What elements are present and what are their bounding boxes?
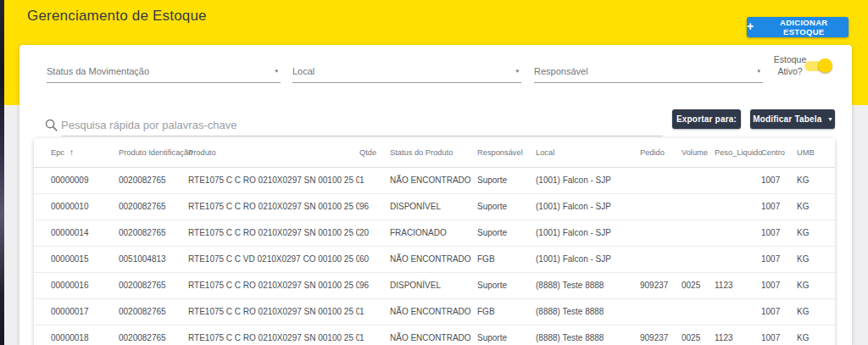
chevron-down-icon: ▾ [275,68,278,75]
column-header-peso-liquido[interactable]: Peso_Liquido [715,138,761,168]
cell-peso-liquido: 1123 [715,273,761,299]
column-header-qtde[interactable]: Qtde [359,138,390,168]
export-button[interactable]: Exportar para: [672,109,741,129]
cell-respons-vel: FGB [477,247,536,273]
cell-umb: KG [797,299,835,326]
add-stock-button-label: ADICIONAR ESTOQUE [759,18,849,36]
cell-epc: 00000017 [34,299,119,326]
column-header-produto-identifica-o[interactable]: Produto Identificação [119,138,188,168]
cell-produto-identifica-o: 0020082765 [119,220,188,247]
cell-local: (1001) Falcon - SJP [536,247,640,273]
cell-umb: KG [797,273,835,299]
cell-epc: 00000010 [34,194,119,220]
column-header-label: Local [536,148,554,157]
cell-produto: RTE1075 C C RO 0210X0297 SN 00100 25 096 [188,299,359,326]
cell-status-do-produto: NÃO ENCONTRADO [390,299,477,326]
chevron-down-icon: ▾ [515,68,519,75]
cell-qtde: 96 [359,273,390,299]
cell-respons-vel: Suporte [477,220,536,247]
column-header-label: Responsável [477,148,523,157]
cell-peso-liquido [715,299,761,326]
column-header-produto[interactable]: Produto [188,138,359,168]
column-header-label: Volume [682,148,708,157]
table-row[interactable]: 000000160020082765RTE1075 C C RO 0210X02… [34,273,835,299]
cell-pedido [640,220,682,247]
page-title: Gerenciamento de Estoque [27,8,207,25]
table-row[interactable]: 000000150051004813RTE1075 C C VD 0210X02… [34,247,835,273]
cell-peso-liquido [715,247,761,273]
cell-status-do-produto: NÃO ENCONTRADO [390,168,477,194]
cell-umb: KG [797,326,835,345]
table-row[interactable]: 000000090020082765RTE1075 C C RO 0210X02… [34,168,835,194]
table-header-row: Epc↑Produto IdentificaçãoProdutoQtdeStat… [34,138,835,168]
active-stock-toggle[interactable] [804,61,830,71]
column-header-label: Produto [188,148,216,157]
cell-volume [682,247,715,273]
table-row[interactable]: 000000140020082765RTE1075 C C RO 0210X02… [34,220,835,247]
cell-local: (1001) Falcon - SJP [536,194,640,220]
cell-pedido [640,194,682,220]
table-row[interactable]: 000000100020082765RTE1075 C C RO 0210X02… [34,194,835,220]
column-header-respons-vel[interactable]: Responsável [477,138,536,168]
cell-local: (1001) Falcon - SJP [536,168,640,194]
select-underline [292,82,521,83]
column-header-epc[interactable]: Epc↑ [34,138,119,168]
cell-produto-identifica-o: 0020082765 [119,326,188,345]
cell-volume [682,168,715,194]
column-header-label: Status do Produto [390,148,453,157]
column-header-umb[interactable]: UMB [797,138,835,168]
cell-volume: 0025 [682,326,715,345]
plus-icon: + [747,20,754,32]
cell-umb: KG [797,194,835,220]
cell-produto: RTE1075 C C RO 0210X0297 SN 00100 25 096 [188,273,359,299]
cell-status-do-produto: FRACIONADO [390,220,477,247]
column-header-label: Peso_Liquido [715,148,762,157]
cell-peso-liquido [715,194,761,220]
cell-volume [682,220,715,247]
sort-asc-icon: ↑ [70,147,74,157]
cell-centro: 1007 [761,273,797,299]
cell-volume [682,299,715,326]
column-header-label: Epc [51,148,64,157]
select-underline [47,82,281,83]
search-input[interactable] [61,114,659,135]
filter-status-movimentacao-select[interactable]: Status da Movimentação ▾ [47,60,281,84]
cell-umb: KG [797,168,835,194]
cell-centro: 1007 [761,326,797,345]
column-header-centro[interactable]: Centro [761,138,797,168]
table-row[interactable]: 000000170020082765RTE1075 C C RO 0210X02… [34,299,835,326]
search-underline [61,136,663,136]
column-header-volume[interactable]: Volume [682,138,715,168]
cell-epc: 00000009 [34,168,119,194]
cell-status-do-produto: NÃO ENCONTRADO [390,326,477,345]
cell-respons-vel: Suporte [477,273,536,299]
cell-centro: 1007 [761,247,797,273]
cell-epc: 00000014 [34,220,119,247]
filter-local-select[interactable]: Local ▾ [292,60,521,84]
cell-epc: 00000018 [34,326,119,345]
cell-qtde: 96 [359,194,390,220]
cell-umb: KG [797,220,835,247]
cell-local: (1001) Falcon - SJP [536,220,640,247]
cell-qtde: 20 [359,220,390,247]
cell-pedido [640,168,682,194]
column-header-status-do-produto[interactable]: Status do Produto [390,138,477,168]
column-header-local[interactable]: Local [536,138,640,168]
column-header-label: Centro [761,148,785,157]
filter-local-label: Local [292,66,314,76]
table-row[interactable]: 000000180020082765RTE1075 C C RO 0210X02… [34,326,835,345]
chevron-down-icon: ▾ [757,68,760,75]
export-button-label: Exportar para: [676,114,737,124]
cell-produto: RTE1075 C C RO 0210X0297 SN 00100 25 096 [188,194,359,220]
column-header-pedido[interactable]: Pedido [640,138,682,168]
modify-table-button[interactable]: Modificar Tabela ▾ [750,109,835,129]
column-header-label: Produto Identificação [119,148,192,157]
cell-pedido: 909237 [640,326,682,345]
filter-responsavel-label: Responsável [534,66,588,76]
filter-responsavel-select[interactable]: Responsável ▾ [534,60,763,84]
cell-pedido: 909237 [640,273,682,299]
cell-produto: RTE1075 C C RO 0210X0297 SN 00100 25 096 [188,168,359,194]
add-stock-button[interactable]: + ADICIONAR ESTOQUE [747,17,849,37]
column-header-label: Pedido [640,148,665,157]
modify-table-button-label: Modificar Tabela [753,114,821,124]
